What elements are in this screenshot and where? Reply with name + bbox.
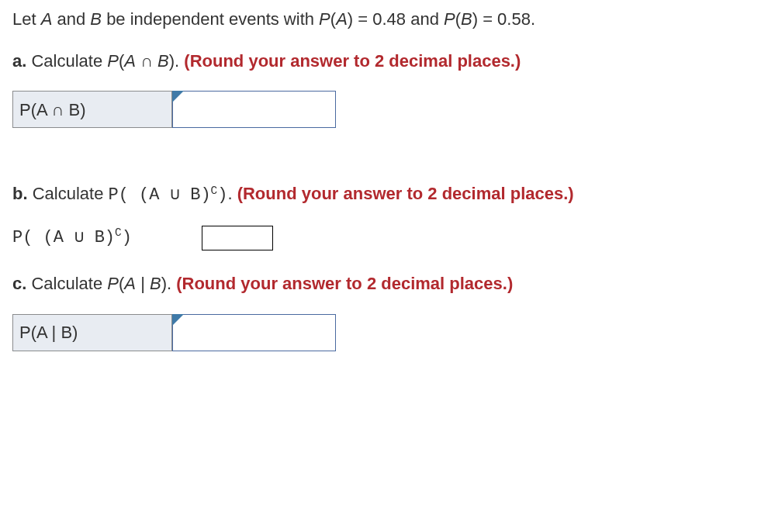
text: P: [319, 9, 330, 29]
text: C: [115, 226, 122, 239]
text: .: [531, 9, 535, 29]
part-a-answer-input[interactable]: [173, 92, 335, 127]
part-b-prompt: b. Calculate P( (A ∪ B)C). (Round your a…: [12, 182, 756, 207]
part-c-answer-cell: [172, 314, 336, 351]
flag-icon: [172, 314, 184, 326]
var-A: A: [41, 9, 53, 29]
text: ): [161, 274, 167, 293]
part-c-note: (Round your answer to 2 decimal places.): [176, 274, 513, 293]
text: ∩: [136, 51, 157, 71]
text: Calculate: [26, 51, 107, 71]
text: A: [336, 9, 348, 29]
text: .: [227, 184, 237, 203]
text: P: [107, 274, 119, 293]
part-c-prompt: c. Calculate P(A | B). (Round your answe…: [12, 272, 756, 295]
part-c-answer-label: P(A | B): [13, 315, 172, 351]
text: .: [175, 51, 184, 71]
part-b-answer-label: P( (A ∪ B)C): [12, 226, 132, 250]
text: P( (A ∪ B): [12, 228, 115, 247]
part-a-answer-label: P(A ∩ B): [13, 92, 172, 127]
text: ): [217, 185, 227, 205]
text: ): [122, 228, 132, 247]
var-B: B: [90, 9, 102, 29]
text: Let: [12, 9, 41, 29]
pa-value: 0.48: [372, 9, 406, 29]
part-b-answer-cell: [202, 226, 273, 250]
text: Calculate: [26, 274, 107, 293]
text: P( (A ∪ B): [109, 185, 211, 205]
part-a-label: a.: [12, 51, 26, 71]
text: A: [124, 51, 136, 71]
flag-icon: [172, 91, 184, 102]
text: B: [157, 51, 169, 71]
text: and: [52, 9, 90, 29]
part-a-prompt: a. Calculate P(A ∩ B). (Round your answe…: [12, 50, 756, 73]
pb-value: 0.58: [497, 9, 531, 29]
part-a-answer-row: P(A ∩ B): [12, 91, 336, 128]
text: B: [150, 274, 161, 293]
text: P: [107, 51, 119, 71]
text: ): [169, 51, 175, 71]
part-b-answer-input[interactable]: [202, 227, 275, 252]
text: P: [444, 9, 455, 29]
part-c-label: c.: [12, 274, 26, 293]
text: be independent events with: [102, 9, 319, 29]
text: and: [406, 9, 444, 29]
text: B: [461, 9, 472, 29]
text: ): [472, 9, 478, 29]
text: Calculate: [28, 184, 109, 203]
part-b-answer-row: P( (A ∪ B)C): [12, 226, 756, 250]
text: C: [211, 185, 218, 197]
text: .: [167, 274, 176, 293]
part-b-label: b.: [12, 184, 28, 203]
text: =: [353, 9, 372, 29]
text: =: [478, 9, 497, 29]
part-c-answer-row: P(A | B): [12, 314, 336, 351]
part-a-note: (Round your answer to 2 decimal places.): [184, 51, 521, 71]
part-b-note: (Round your answer to 2 decimal places.): [237, 184, 574, 203]
text: A: [124, 274, 136, 293]
given-statement: Let A and B be independent events with P…: [12, 8, 756, 31]
text: |: [136, 274, 150, 293]
text: (: [455, 9, 461, 29]
part-c-answer-input[interactable]: [173, 315, 335, 351]
part-a-answer-cell: [172, 91, 336, 128]
